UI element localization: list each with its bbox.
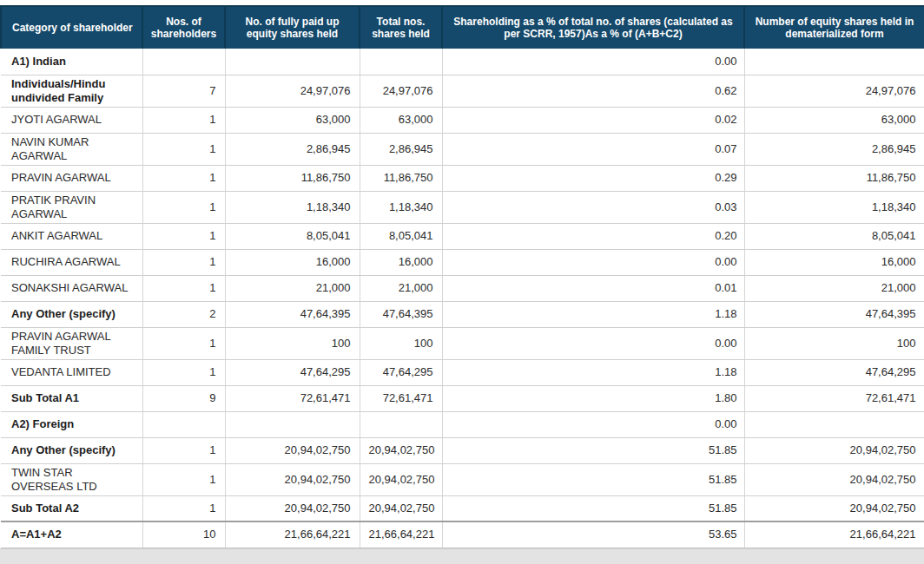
cell-total-shares: 8,05,041: [360, 223, 442, 249]
cell-shareholding-percent: 0.20: [442, 223, 744, 249]
table-row: A2) Foreign0.00: [1, 411, 924, 437]
cell-shareholding-percent: 0.62: [442, 75, 744, 107]
cell-demat-shares: 63,000: [744, 107, 924, 133]
cell-total-shares: 1,18,340: [360, 191, 442, 223]
cell-nos-of-shareholders: 10: [142, 521, 225, 548]
cell-nos-of-shareholders: 1: [142, 437, 225, 463]
cell-total-shares: 100: [360, 327, 442, 359]
table-row: PRAVIN AGARWAL111,86,75011,86,7500.2911,…: [1, 165, 924, 191]
cell-demat-shares: 72,61,471: [744, 385, 924, 411]
cell-nos-of-shareholders: [142, 411, 225, 437]
table-row: Individuals/Hindu undivided Family724,97…: [1, 75, 924, 107]
cell-paid-up-shares: 24,97,076: [225, 75, 360, 107]
cell-demat-shares: 24,97,076: [744, 75, 924, 107]
cell-category: Any Other (specify): [1, 437, 142, 463]
table-row: Any Other (specify)247,64,39547,64,3951.…: [1, 301, 924, 327]
cell-paid-up-shares: 20,94,02,750: [225, 437, 360, 463]
cell-shareholding-percent: 51.85: [442, 463, 744, 495]
shareholding-pattern-page: Category of shareholder Nos. of sharehol…: [0, 0, 924, 564]
table-row: VEDANTA LIMITED147,64,29547,64,2951.1847…: [1, 359, 924, 385]
header-row: Category of shareholder Nos. of sharehol…: [1, 6, 924, 49]
col-header-total-nos-shares: Total nos. shares held: [360, 6, 442, 49]
cell-nos-of-shareholders: 1: [142, 327, 225, 359]
cell-demat-shares: 20,94,02,750: [744, 463, 924, 495]
cell-category: SONAKSHI AGARWAL: [1, 275, 142, 301]
table-body: A1) Indian0.00Individuals/Hindu undivide…: [1, 49, 924, 548]
col-header-shareholding-percent: Shareholding as a % of total no. of shar…: [442, 6, 744, 49]
cell-shareholding-percent: 0.00: [442, 327, 744, 359]
cell-paid-up-shares: 16,000: [225, 249, 360, 275]
col-header-fully-paid-up-shares: No. of fully paid up equity shares held: [225, 6, 360, 49]
table-row: JYOTI AGARWAL163,00063,0000.0263,000: [1, 107, 924, 133]
table-row: Any Other (specify)120,94,02,75020,94,02…: [1, 437, 924, 463]
table-row: SONAKSHI AGARWAL121,00021,0000.0121,000: [1, 275, 924, 301]
cell-shareholding-percent: 53.65: [442, 521, 744, 548]
col-header-category-of-shareholder: Category of shareholder: [1, 6, 142, 49]
cell-nos-of-shareholders: 1: [142, 359, 225, 385]
cell-nos-of-shareholders: [142, 49, 225, 75]
cell-nos-of-shareholders: 9: [142, 385, 225, 411]
cell-category: ANKIT AGARWAL: [1, 223, 142, 249]
cell-category: A2) Foreign: [1, 411, 142, 437]
cell-category: Any Other (specify): [1, 301, 142, 327]
cell-total-shares: 47,64,295: [360, 359, 442, 385]
cell-total-shares: 20,94,02,750: [360, 495, 442, 521]
cell-category: A=A1+A2: [1, 521, 142, 548]
cell-total-shares: 63,000: [360, 107, 442, 133]
cell-category: Individuals/Hindu undivided Family: [1, 75, 142, 107]
cell-nos-of-shareholders: 1: [142, 223, 225, 249]
cell-paid-up-shares: 20,94,02,750: [225, 463, 360, 495]
cell-paid-up-shares: 1,18,340: [225, 191, 360, 223]
cell-total-shares: 21,000: [360, 275, 442, 301]
cell-paid-up-shares: 63,000: [225, 107, 360, 133]
table-row: TWIN STAR OVERSEAS LTD120,94,02,75020,94…: [1, 463, 924, 495]
shareholding-table: Category of shareholder Nos. of sharehol…: [0, 5, 924, 548]
cell-category: A1) Indian: [1, 49, 142, 75]
cell-nos-of-shareholders: 1: [142, 191, 225, 223]
cell-shareholding-percent: 0.02: [442, 107, 744, 133]
cell-total-shares: [360, 411, 442, 437]
cell-shareholding-percent: 0.00: [442, 411, 744, 437]
table-row: RUCHIRA AGARWAL116,00016,0000.0016,000: [1, 249, 924, 275]
cell-total-shares: 20,94,02,750: [360, 437, 442, 463]
cell-nos-of-shareholders: 2: [142, 301, 225, 327]
cell-demat-shares: 21,66,64,221: [744, 521, 924, 548]
cell-demat-shares: 47,64,295: [744, 359, 924, 385]
cell-paid-up-shares: 21,66,64,221: [225, 521, 360, 548]
table-row: A1) Indian0.00: [1, 49, 924, 75]
cell-demat-shares: 16,000: [744, 249, 924, 275]
table-row: PRAVIN AGARWAL FAMILY TRUST11001000.0010…: [1, 327, 924, 359]
cell-shareholding-percent: 1.80: [442, 385, 744, 411]
cell-shareholding-percent: 0.03: [442, 191, 744, 223]
cell-nos-of-shareholders: 1: [142, 249, 225, 275]
cell-demat-shares: 2,86,945: [744, 133, 924, 165]
cell-nos-of-shareholders: 1: [142, 107, 225, 133]
col-header-nos-of-shareholders: Nos. of shareholders: [142, 6, 225, 49]
cell-shareholding-percent: 0.29: [442, 165, 744, 191]
cell-nos-of-shareholders: 1: [142, 133, 225, 165]
cell-total-shares: 72,61,471: [360, 385, 442, 411]
table-row: Sub Total A1972,61,47172,61,4711.8072,61…: [1, 385, 924, 411]
cell-total-shares: 11,86,750: [360, 165, 442, 191]
cell-category: PRAVIN AGARWAL: [1, 165, 142, 191]
cell-category: Sub Total A2: [1, 495, 142, 521]
cell-demat-shares: 100: [744, 327, 924, 359]
cell-shareholding-percent: 0.00: [442, 249, 744, 275]
cell-shareholding-percent: 51.85: [442, 437, 744, 463]
cell-shareholding-percent: 51.85: [442, 495, 744, 521]
cell-total-shares: 20,94,02,750: [360, 463, 442, 495]
cell-paid-up-shares: [225, 411, 360, 437]
cell-paid-up-shares: 2,86,945: [225, 133, 360, 165]
cell-paid-up-shares: 20,94,02,750: [225, 495, 360, 521]
cell-total-shares: 21,66,64,221: [360, 521, 442, 548]
cell-paid-up-shares: 8,05,041: [225, 223, 360, 249]
cell-paid-up-shares: 47,64,295: [225, 359, 360, 385]
cell-category: TWIN STAR OVERSEAS LTD: [1, 463, 142, 495]
cell-total-shares: [360, 49, 442, 75]
table-row: NAVIN KUMAR AGARWAL12,86,9452,86,9450.07…: [1, 133, 924, 165]
cell-total-shares: 47,64,395: [360, 301, 442, 327]
cell-paid-up-shares: 21,000: [225, 275, 360, 301]
cell-nos-of-shareholders: 1: [142, 495, 225, 521]
table-row: Sub Total A2120,94,02,75020,94,02,75051.…: [1, 495, 924, 521]
page-background-strip: [0, 548, 924, 564]
